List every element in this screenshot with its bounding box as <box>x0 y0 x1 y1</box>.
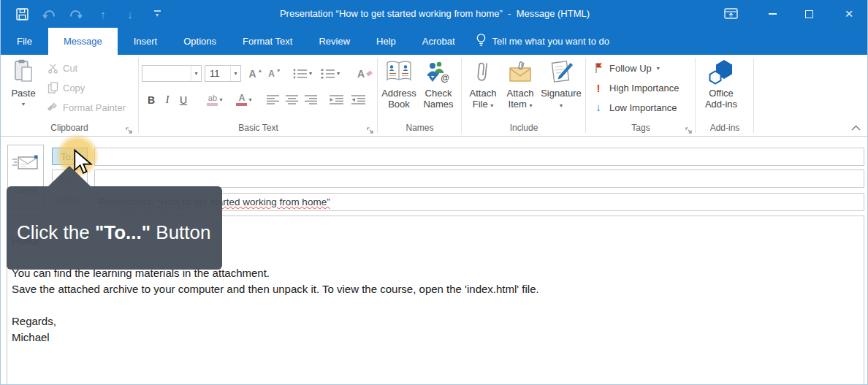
font-size-combobox[interactable]: 11 ▾ <box>205 65 241 82</box>
bold-button[interactable]: B <box>144 91 159 108</box>
paste-dropdown-icon: ▾ <box>22 101 25 107</box>
cut-icon <box>46 61 59 75</box>
low-importance-label: Low Importance <box>609 102 677 113</box>
font-name-combobox[interactable]: ▾ <box>142 65 202 82</box>
body-line: Save the attached archive to your comput… <box>12 281 858 297</box>
include-group-label: Include <box>462 123 585 134</box>
font-name-dropdown-icon[interactable]: ▾ <box>191 66 201 81</box>
group-divider <box>461 58 462 133</box>
font-color-button[interactable]: A ▾ <box>232 91 256 108</box>
to-input[interactable] <box>94 148 864 166</box>
collapse-ribbon-icon[interactable] <box>850 124 861 131</box>
close-icon[interactable]: × <box>838 0 860 28</box>
check-names-button[interactable]: @ CheckNames <box>419 58 458 123</box>
numbering-dropdown-icon: ▾ <box>337 70 340 77</box>
tab-review[interactable]: Review <box>308 28 360 55</box>
names-group-label: Names <box>378 123 461 134</box>
clipboard-dialog-launcher-icon[interactable] <box>125 124 133 132</box>
high-importance-button[interactable]: ! High Importance <box>593 82 679 94</box>
cc-input[interactable] <box>94 169 864 188</box>
tab-message[interactable]: Message <box>48 28 118 55</box>
font-color-dropdown-icon: ▾ <box>248 96 251 103</box>
tab-acrobat[interactable]: Acrobat <box>412 28 465 55</box>
mouse-cursor-icon <box>74 149 94 178</box>
check-names-icon: @ <box>427 58 450 85</box>
clear-formatting-button[interactable]: A <box>356 65 375 82</box>
customize-quick-access-icon[interactable]: ▾ <box>151 7 164 21</box>
signature-button[interactable]: Signature▾ <box>540 58 582 123</box>
ribbon-display-options-icon[interactable] <box>720 0 742 28</box>
tab-format-text[interactable]: Format Text <box>232 28 302 55</box>
basic-text-dialog-launcher-icon[interactable] <box>366 124 374 132</box>
lightbulb-icon <box>476 33 487 50</box>
align-right-button[interactable] <box>302 91 319 108</box>
tab-insert[interactable]: Insert <box>123 28 168 55</box>
group-divider <box>377 58 378 133</box>
tab-file[interactable]: File <box>7 28 42 55</box>
tab-help[interactable]: Help <box>366 28 406 55</box>
office-addins-icon <box>708 58 734 85</box>
move-down-icon[interactable]: ↓ <box>123 7 137 21</box>
group-divider <box>753 58 754 133</box>
paste-button[interactable]: Paste ▾ <box>7 58 40 123</box>
address-book-button[interactable]: AddressBook <box>381 58 417 123</box>
minimize-icon[interactable] <box>761 0 783 28</box>
italic-button[interactable]: I <box>161 91 173 108</box>
font-size-value: 11 <box>205 68 230 79</box>
tell-me-box[interactable]: Tell me what you want to do <box>476 28 609 55</box>
copy-icon <box>46 81 59 94</box>
maximize-icon[interactable] <box>798 0 820 28</box>
attach-file-button[interactable]: AttachFile ▾ <box>466 58 500 123</box>
tooltip-text: Click the "To..." Button <box>17 221 211 244</box>
clipboard-group-label: Clipboard <box>1 123 138 134</box>
underline-button[interactable]: U <box>176 91 191 108</box>
decrease-indent-button[interactable] <box>327 91 346 108</box>
move-up-icon[interactable]: ↑ <box>96 7 110 21</box>
tags-dialog-launcher-icon[interactable] <box>685 124 693 132</box>
signature-dropdown-icon: ▾ <box>560 102 563 109</box>
attach-file-dropdown-icon: ▾ <box>490 102 493 109</box>
paste-icon <box>13 58 34 85</box>
format-painter-label: Format Painter <box>63 102 126 113</box>
ribbon-tab-bar: File Message Insert Options Format Text … <box>1 28 868 55</box>
outlook-message-window: ↑ ↓ ▾ Presentation “How to get started w… <box>0 0 868 385</box>
follow-up-button[interactable]: Follow Up ▾ <box>593 62 660 74</box>
body-line: Michael <box>12 329 858 346</box>
follow-up-flag-icon <box>593 62 604 74</box>
quick-access-toolbar: ↑ ↓ ▾ <box>15 0 164 28</box>
copy-label: Copy <box>63 83 85 94</box>
font-size-dropdown-icon[interactable]: ▾ <box>230 66 240 81</box>
align-center-button[interactable] <box>283 91 300 108</box>
bullets-button[interactable]: ▾ <box>290 65 315 82</box>
tab-options[interactable]: Options <box>173 28 226 55</box>
low-importance-button[interactable]: ↓ Low Importance <box>593 102 677 113</box>
address-book-icon <box>386 58 412 85</box>
cut-button[interactable]: Cut <box>46 61 77 75</box>
addins-group-label: Add-ins <box>696 123 753 134</box>
align-left-button[interactable] <box>264 91 281 108</box>
redo-icon[interactable] <box>69 7 83 21</box>
grow-font-button[interactable]: A▲ <box>247 65 264 82</box>
shrink-font-button[interactable]: A▼ <box>266 65 283 82</box>
cut-label: Cut <box>63 63 77 74</box>
attach-item-dropdown-icon: ▾ <box>529 102 532 109</box>
bullets-dropdown-icon: ▾ <box>309 70 312 77</box>
increase-indent-button[interactable] <box>349 91 368 108</box>
undo-icon[interactable] <box>42 7 56 21</box>
office-addins-button[interactable]: OfficeAdd-ins <box>698 58 745 123</box>
tags-group-label: Tags <box>587 123 695 134</box>
group-divider <box>585 58 586 133</box>
signature-icon <box>549 58 574 85</box>
attach-item-button[interactable]: AttachItem ▾ <box>503 58 537 123</box>
tell-me-label: Tell me what you want to do <box>492 36 609 47</box>
save-icon[interactable] <box>15 7 28 21</box>
copy-button[interactable]: Copy <box>46 81 85 94</box>
highlight-dropdown-icon: ▾ <box>219 96 222 103</box>
follow-up-dropdown-icon: ▾ <box>657 65 660 72</box>
format-painter-button[interactable]: Format Painter <box>46 101 126 114</box>
numbering-button[interactable]: ▾ <box>318 65 343 82</box>
text-highlight-button[interactable]: ab ▾ <box>201 91 229 108</box>
body-line: Regards, <box>12 313 858 329</box>
low-importance-icon: ↓ <box>593 102 604 113</box>
ribbon: Paste ▾ Cut Copy Format Painter Clipboar… <box>1 55 868 137</box>
